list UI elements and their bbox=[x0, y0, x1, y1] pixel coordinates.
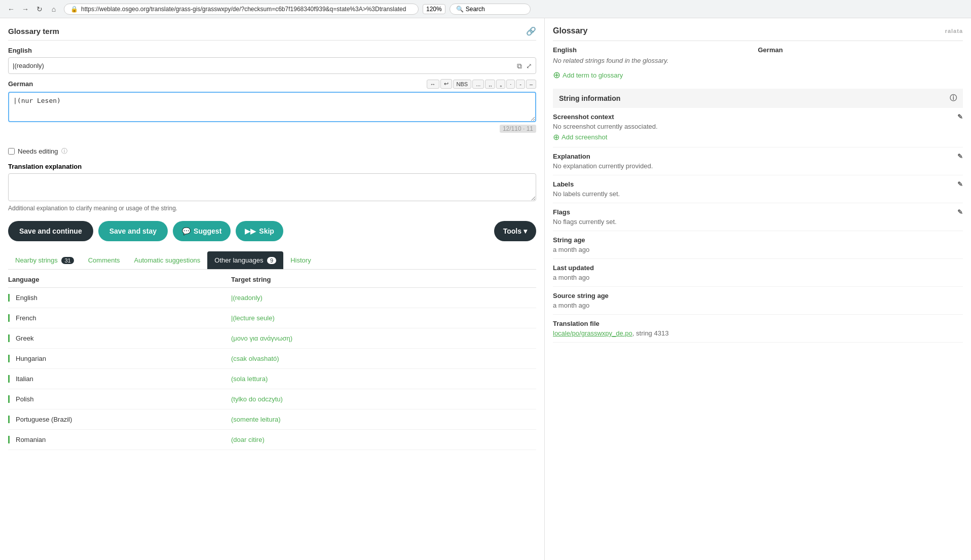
german-label-row: German ↔ ↩ NBS ... ,, „ · - – bbox=[8, 79, 536, 89]
target-string: |(lecture seule) bbox=[231, 314, 536, 322]
german-toolbar: ↔ ↩ NBS ... ,, „ · - – bbox=[427, 79, 536, 89]
url-text: https://weblate.osgeo.org/translate/gras… bbox=[81, 6, 412, 13]
target-string: (somente leitura) bbox=[231, 416, 536, 423]
toolbar-hyphen[interactable]: - bbox=[516, 80, 525, 89]
table-row: Polish (tylko do odczytu) bbox=[8, 389, 536, 409]
browser-search[interactable]: 🔍 Search bbox=[450, 4, 531, 15]
source-string-age-section: Source string age a month ago bbox=[553, 287, 963, 315]
toolbar-arrows[interactable]: ↔ bbox=[427, 80, 439, 89]
string-info-header: String information ⓘ bbox=[553, 89, 963, 108]
skip-icon: ▶▶ bbox=[245, 227, 256, 235]
table-row: Romanian (doar citire) bbox=[8, 430, 536, 450]
toolbar-double-low[interactable]: ,, bbox=[485, 80, 495, 89]
tab-history[interactable]: History bbox=[283, 251, 318, 269]
tab-nearby-strings[interactable]: Nearby strings 31 bbox=[8, 251, 81, 269]
save-stay-button[interactable]: Save and stay bbox=[98, 221, 168, 241]
last-updated-section: Last updated a month ago bbox=[553, 259, 963, 287]
reload-button[interactable]: ↻ bbox=[33, 3, 46, 15]
browser-chrome: ← → ↻ ⌂ 🔒 https://weblate.osgeo.org/tran… bbox=[0, 0, 971, 18]
search-label: Search bbox=[466, 6, 485, 13]
explanation-section: Explanation ✎ No explanation currently p… bbox=[553, 147, 963, 175]
english-label: English bbox=[8, 47, 536, 54]
glossary-term-header: Glossary term 🔗 bbox=[8, 26, 536, 41]
explanation-title-row: Explanation ✎ bbox=[553, 153, 963, 160]
last-updated-label: Last updated bbox=[553, 264, 594, 272]
needs-editing-info-icon[interactable]: ⓘ bbox=[61, 147, 67, 156]
language-name: French bbox=[8, 314, 231, 322]
explanation-section-label: Explanation bbox=[553, 153, 590, 160]
add-screenshot-link[interactable]: ⊕ Add screenshot bbox=[553, 132, 963, 142]
string-info-icon[interactable]: ⓘ bbox=[950, 94, 957, 103]
language-name: Portuguese (Brazil) bbox=[8, 416, 231, 423]
tools-label: Tools bbox=[503, 227, 521, 235]
toolbar-dash[interactable]: – bbox=[526, 80, 536, 89]
toolbar-ellipsis[interactable]: ... bbox=[472, 80, 484, 89]
language-name: Polish bbox=[8, 395, 231, 403]
add-screenshot-icon: ⊕ bbox=[553, 132, 559, 142]
skip-button[interactable]: ▶▶ Skip bbox=[236, 221, 283, 241]
english-input[interactable] bbox=[8, 57, 536, 74]
translation-file-section: Translation file locale/po/grasswxpy_de.… bbox=[553, 315, 963, 343]
translation-file-label: Translation file bbox=[553, 320, 600, 327]
toolbar-nbs[interactable]: NBS bbox=[453, 80, 472, 89]
copy-icon[interactable]: ⧉ bbox=[516, 60, 523, 71]
glossary-col-english: English bbox=[553, 46, 758, 54]
needs-editing-checkbox[interactable] bbox=[8, 148, 15, 155]
home-button[interactable]: ⌂ bbox=[48, 3, 60, 15]
labels-section: Labels ✎ No labels currently set. bbox=[553, 175, 963, 203]
flags-value: No flags currently set. bbox=[553, 218, 963, 226]
back-button[interactable]: ← bbox=[5, 3, 17, 15]
expand-icon[interactable]: ⤢ bbox=[525, 60, 533, 71]
action-buttons: Save and continue Save and stay 💬 Sugges… bbox=[8, 221, 536, 241]
toolbar-low-quote[interactable]: „ bbox=[496, 80, 505, 89]
tab-automatic-suggestions[interactable]: Automatic suggestions bbox=[127, 251, 208, 269]
comments-label: Comments bbox=[88, 256, 120, 264]
add-term-link[interactable]: ⊕ Add term to glossary bbox=[553, 69, 963, 81]
col-target: Target string bbox=[231, 276, 536, 283]
left-panel: Glossary term 🔗 English ⧉ ⤢ German ↔ ↩ N… bbox=[0, 18, 545, 560]
toolbar-middle-dot[interactable]: · bbox=[506, 80, 515, 89]
forward-button[interactable]: → bbox=[19, 3, 31, 15]
flags-edit-icon[interactable]: ✎ bbox=[957, 208, 963, 216]
col-language: Language bbox=[8, 276, 231, 283]
nearby-strings-badge: 31 bbox=[61, 257, 73, 264]
german-textarea[interactable]: |(nur Lesen) bbox=[8, 92, 536, 122]
tab-comments[interactable]: Comments bbox=[81, 251, 127, 269]
glossary-panel-title: Glossary bbox=[553, 26, 587, 35]
labels-edit-icon[interactable]: ✎ bbox=[957, 180, 963, 188]
suggest-icon: 💬 bbox=[182, 227, 191, 235]
translation-file-suffix: , string 4313 bbox=[632, 329, 669, 337]
add-term-icon: ⊕ bbox=[553, 69, 561, 81]
zoom-level: 120% bbox=[423, 4, 445, 14]
add-screenshot-label: Add screenshot bbox=[562, 133, 607, 141]
suggest-button[interactable]: 💬 Suggest bbox=[173, 221, 231, 241]
glossary-term-title: Glossary term bbox=[8, 27, 59, 35]
explanation-textarea[interactable] bbox=[8, 173, 536, 201]
address-bar[interactable]: 🔒 https://weblate.osgeo.org/translate/gr… bbox=[64, 4, 419, 15]
source-string-age-label: Source string age bbox=[553, 292, 609, 300]
target-string: (μονο για ανάγνωση) bbox=[231, 334, 536, 342]
flags-section: Flags ✎ No flags currently set. bbox=[553, 203, 963, 231]
language-name: Greek bbox=[8, 334, 231, 342]
link-icon[interactable]: 🔗 bbox=[526, 26, 536, 36]
tools-button[interactable]: Tools ▾ bbox=[494, 221, 536, 241]
string-age-value: a month ago bbox=[553, 246, 963, 253]
screenshot-context-edit-icon[interactable]: ✎ bbox=[957, 113, 963, 121]
screenshot-context-value: No screenshot currently associated. bbox=[553, 123, 963, 130]
no-related-text: No related strings found in the glossary… bbox=[553, 57, 963, 64]
last-updated-title-row: Last updated bbox=[553, 264, 963, 272]
save-continue-button[interactable]: Save and continue bbox=[8, 221, 93, 241]
language-name: Romanian bbox=[8, 436, 231, 443]
table-row: Hungarian (csak olvasható) bbox=[8, 349, 536, 369]
suggest-label: Suggest bbox=[194, 227, 221, 235]
nearby-strings-label: Nearby strings bbox=[15, 256, 58, 264]
explanation-edit-icon[interactable]: ✎ bbox=[957, 153, 963, 160]
translation-file-link[interactable]: locale/po/grasswxpy_de.po bbox=[553, 329, 632, 337]
toolbar-return[interactable]: ↩ bbox=[440, 79, 452, 89]
translation-file-title-row: Translation file bbox=[553, 320, 963, 327]
source-string-age-title-row: Source string age bbox=[553, 292, 963, 300]
table-row: English |(readonly) bbox=[8, 288, 536, 308]
right-panel: Glossary ralata English German No relate… bbox=[545, 18, 971, 560]
screenshot-context-section: Screenshot context ✎ No screenshot curre… bbox=[553, 108, 963, 147]
tab-other-languages[interactable]: Other languages 9 bbox=[207, 251, 283, 269]
